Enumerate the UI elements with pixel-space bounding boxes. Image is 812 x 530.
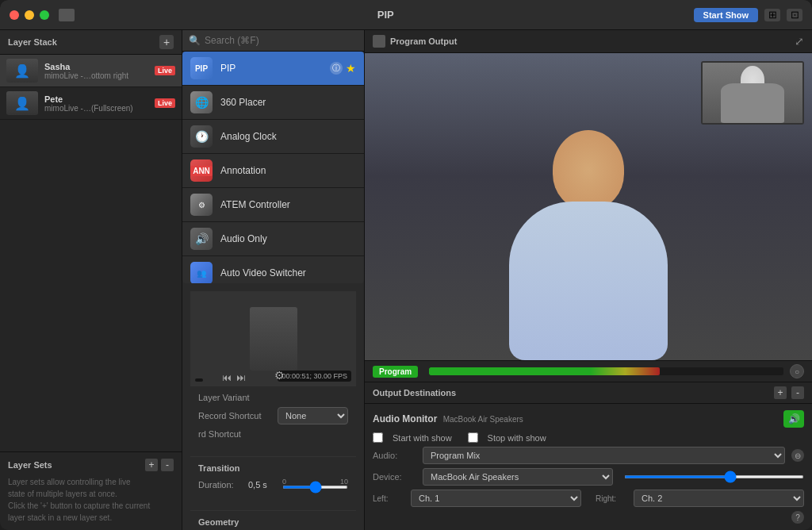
- variant-section: Layer Variant Record Shortcut None rd Sh…: [190, 386, 356, 450]
- expand-icon[interactable]: ⤢: [795, 35, 804, 48]
- anchor-badge: [195, 378, 203, 382]
- program-badge: Program: [373, 366, 418, 378]
- duration-row: Duration: 0,5 s 10 0: [198, 479, 348, 491]
- variant-row: Layer Variant: [198, 393, 348, 402]
- duration-slider[interactable]: [282, 486, 348, 489]
- shortcut-select[interactable]: None: [278, 407, 348, 424]
- add-layer-button[interactable]: +: [159, 35, 174, 49]
- layer-stack-header: Layer Stack +: [0, 30, 182, 55]
- list-item[interactable]: 🌐 360 Placer: [182, 86, 364, 120]
- main-layout: Layer Stack + Sasha mimoLive -…ottom rig…: [0, 30, 812, 530]
- item-label: ATEM Controller: [220, 199, 290, 210]
- layer-item[interactable]: Pete mimoLive -…(Fullscreen) Live: [0, 87, 182, 120]
- left-channel-select[interactable]: Ch. 1: [411, 490, 581, 507]
- audio-monitor-title-group: Audio Monitor MacBook Air Speakers: [373, 413, 523, 424]
- remove-layer-set-button[interactable]: -: [161, 459, 174, 471]
- volume-slider[interactable]: [624, 475, 805, 478]
- remove-destination-button[interactable]: -: [791, 386, 804, 399]
- fps-badge: 00:00:51; 30.00 FPS: [278, 371, 351, 382]
- audio-source-row: Audio: Program Mix ⊖: [373, 447, 804, 464]
- start-show-button[interactable]: Start Show: [694, 8, 758, 22]
- variant-label: Layer Variant: [198, 393, 278, 402]
- program-output-header: Program Output ⤢: [365, 30, 812, 53]
- transition-section: Transition Duration: 0,5 s 10 0: [190, 456, 356, 504]
- audio-bar-container: [429, 367, 783, 375]
- list-item[interactable]: ANN Annotation: [182, 154, 364, 188]
- list-item[interactable]: 🔊 Audio Only: [182, 222, 364, 256]
- item-label: 360 Placer: [220, 97, 266, 108]
- output-destinations-header: Output Destinations + -: [365, 382, 812, 404]
- item-label: PIP: [220, 63, 236, 74]
- layer-preview-area: 00:00:51; 30.00 FPS ⚙ ⏮ ⏭: [190, 291, 356, 386]
- help-button[interactable]: ?: [791, 511, 804, 524]
- stop-with-show-label: Stop with show: [488, 433, 546, 443]
- list-item[interactable]: ⚙ ATEM Controller: [182, 188, 364, 222]
- layer-name: Pete: [44, 94, 151, 104]
- device-label: Device:: [373, 472, 416, 482]
- audio-monitor-card: Audio Monitor MacBook Air Speakers 🔊 Sta…: [365, 404, 812, 530]
- program-video: [365, 53, 812, 360]
- atem-icon: ⚙: [190, 194, 213, 216]
- clock-icon: 🕐: [190, 125, 213, 148]
- skip-icon[interactable]: ⏭: [236, 372, 246, 383]
- middle-panel: 🔍 PIP PIP ⓘ ★ 🌐 360 Placer: [182, 30, 365, 530]
- window-icon: [59, 9, 75, 21]
- list-item[interactable]: 🕐 Analog Clock: [182, 120, 364, 154]
- audio-source-select[interactable]: Program Mix: [423, 447, 785, 464]
- shortcut2-row: rd Shortcut: [198, 429, 348, 439]
- stop-with-show-checkbox[interactable]: [468, 432, 478, 443]
- settings-icon[interactable]: ⚙: [274, 369, 285, 382]
- audio-monitor-title: Audio Monitor: [373, 413, 437, 424]
- star-icon[interactable]: ★: [346, 62, 356, 75]
- preview-person: [250, 307, 297, 371]
- info-button[interactable]: ⓘ: [330, 62, 343, 75]
- rewind-icon[interactable]: ⏮: [222, 372, 232, 383]
- layer-item[interactable]: Sasha mimoLive -…ottom right Live: [0, 55, 182, 87]
- person-figure: [477, 130, 699, 360]
- help-row: ?: [373, 511, 804, 524]
- audio-only-icon: 🔊: [190, 228, 213, 250]
- layer-stack-buttons: +: [159, 35, 174, 49]
- shortcut2-label: rd Shortcut: [198, 429, 278, 439]
- layer-sub: mimoLive -…(Fullscreen): [44, 104, 151, 113]
- layer-info: Sasha mimoLive -…ottom right: [44, 62, 151, 80]
- playback-controls: ⏮ ⏭: [222, 372, 246, 383]
- live-badge: Live: [155, 66, 175, 75]
- item-label: Annotation: [220, 165, 266, 176]
- right-channel-select[interactable]: Ch. 2: [634, 490, 804, 507]
- geometry-title: Geometry: [198, 517, 348, 527]
- pip-video: [703, 63, 802, 123]
- layout-btn-2[interactable]: ⊡: [787, 9, 802, 21]
- output-destinations: Output Destinations + - Audio Monitor Ma…: [365, 382, 812, 530]
- list-item[interactable]: PIP PIP ⓘ ★: [182, 52, 364, 86]
- geometry-section: Geometry Anchor: Bottom Right X Inset: Y: [190, 510, 356, 531]
- device-row: Device: MacBook Air Speakers: [373, 468, 804, 486]
- slider-min: 0: [282, 478, 286, 486]
- device-select[interactable]: MacBook Air Speakers: [423, 468, 613, 486]
- transition-title: Transition: [198, 463, 348, 473]
- minimize-button[interactable]: [25, 10, 34, 20]
- add-destination-button[interactable]: +: [774, 386, 787, 399]
- program-output-title: Program Output: [390, 36, 457, 46]
- layer-type-list: PIP PIP ⓘ ★ 🌐 360 Placer 🕐 Analog Clock: [182, 52, 364, 283]
- maximize-button[interactable]: [40, 10, 49, 20]
- layout-btn-1[interactable]: ⊞: [764, 9, 780, 21]
- close-button[interactable]: [10, 10, 19, 20]
- title-bar: PIP Start Show ⊞ ⊡: [0, 0, 812, 30]
- audio-info-button[interactable]: ⊖: [791, 449, 804, 462]
- right-label: Right:: [596, 494, 627, 503]
- layer-sets-title: Layer Sets: [8, 460, 52, 470]
- list-item[interactable]: 👥 Auto Video Switcher: [182, 256, 364, 283]
- layer-stack-title: Layer Stack: [8, 37, 57, 47]
- slider-max: 10: [340, 478, 348, 486]
- audio-label: Audio:: [373, 451, 416, 460]
- layer-preview: [6, 59, 38, 83]
- start-with-show-checkbox[interactable]: [373, 432, 383, 443]
- add-layer-set-button[interactable]: +: [145, 459, 158, 471]
- audio-mute-button[interactable]: ○: [790, 364, 804, 378]
- layer-sub: mimoLive -…ottom right: [44, 71, 151, 80]
- audio-monitor-active-button[interactable]: 🔊: [783, 410, 804, 428]
- audio-meter-row: Program ○: [365, 360, 812, 382]
- search-input[interactable]: [205, 35, 358, 46]
- start-stop-row: Start with show Stop with show: [373, 432, 804, 443]
